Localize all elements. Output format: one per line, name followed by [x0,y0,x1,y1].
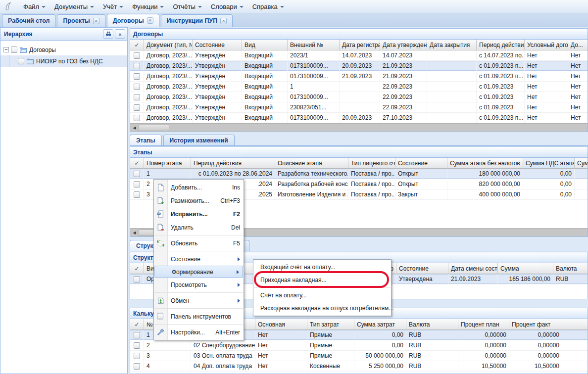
search-binoculars-button[interactable] [103,29,113,39]
table-row[interactable]: Договор, 2023/... Утверждён Входящий 017… [130,92,588,102]
row-checkbox[interactable] [134,63,140,69]
table-row[interactable]: Договор, 2023/... Утверждён Входящий 017… [130,61,588,71]
menubar-item[interactable]: Отчёты [168,1,206,12]
row-checkbox[interactable] [134,276,140,282]
menubar-item[interactable]: Словари [206,1,248,12]
column-header[interactable]: Условный договор [525,40,568,50]
table-row[interactable]: Договор, 2023/... Утверждён Входящий 230… [130,102,588,113]
column-header[interactable]: Процент факт [509,319,562,329]
tree-checkbox[interactable] [18,58,24,64]
menu-item-add[interactable]: Добавить...Ins [154,181,244,194]
column-header[interactable]: До... [568,40,588,50]
column-header-check[interactable]: ✓ [130,263,144,274]
tab-history[interactable]: История изменений [163,135,235,145]
table-row[interactable]: Договор, 2023/... Утверждён Входящий 017… [130,113,588,123]
table-row[interactable]: 3 03 Осн. оплата труда Нет Прямые 50 000… [130,351,588,361]
tree-node-child[interactable]: НИОКР по ГОЗ без НДС [0,55,127,67]
column-header[interactable]: Валюта [553,263,588,274]
menubar-item[interactable]: Файл [19,1,50,12]
column-header[interactable]: Период действия [191,158,275,168]
column-header-sorted[interactable]: Сумма НДС этапа [523,158,575,168]
column-header[interactable]: Дата закрытия [427,40,477,50]
menu-item-formation[interactable]: Формирование [154,266,243,278]
close-icon[interactable]: ✕ [93,18,99,24]
scroll-left-arrow-icon[interactable]: ◀ [130,124,139,132]
row-checkbox[interactable] [134,171,140,177]
column-header[interactable]: Внешний № [288,40,340,50]
column-header[interactable]: Состояние [395,158,447,168]
menubar-item[interactable]: Функции [128,1,168,12]
tree-checkbox[interactable] [11,47,17,53]
submenu-item-payment-invoice[interactable]: Счёт на оплату... [253,289,391,302]
menu-item-view[interactable]: Просмотреть [154,278,244,291]
column-header[interactable]: Описание этапа [275,158,348,168]
menu-item-duplicate[interactable]: Размножить...Ctrl+F3 [154,194,244,207]
menubar-item[interactable]: Справка [248,1,289,12]
row-checkbox[interactable] [134,52,140,59]
row-checkbox[interactable] [134,104,140,111]
column-header[interactable] [562,319,588,329]
column-header[interactable]: Сумма затрат [354,319,406,329]
scroll-left-arrow-icon[interactable]: ◀ [130,229,139,237]
table-row[interactable]: 4 04 Доп. оплата труда Нет Косвенные 5 2… [130,361,588,372]
table-row[interactable]: 1 с 01.09.2023 по 28.06.2024 Разработка … [130,169,588,179]
menu-item-exchange[interactable]: Обмен [154,294,244,307]
column-header[interactable]: Документ (тип, № [144,40,193,50]
row-checkbox[interactable] [134,342,140,349]
column-header[interactable]: Тип лицевого счёт [348,158,395,168]
column-header[interactable]: Дата регистрации. [340,40,380,50]
column-header-check[interactable]: ✓ [130,319,144,329]
table-row[interactable]: Договор, 2023/... Утверждён Входящий 017… [130,71,588,82]
row-checkbox[interactable] [134,115,140,121]
submenu-item-incoming-invoice[interactable]: Входящий счёт на оплату... [253,261,391,274]
column-header[interactable]: Вид [242,40,288,50]
column-header[interactable]: Состояние [193,40,242,50]
row-checkbox[interactable] [134,73,140,80]
tab-stages[interactable]: Этапы [130,135,162,145]
row-checkbox[interactable] [134,94,140,100]
workspace-tab[interactable]: Инструкции ПУП ✕ [161,14,233,27]
column-header[interactable]: Основная [255,319,307,329]
row-checkbox[interactable] [134,332,140,338]
menu-item-settings[interactable]: Настройки...Alt+Enter [154,326,244,339]
column-header[interactable]: Сумма эт... [575,158,588,168]
collapse-panel-button[interactable]: « [115,29,125,39]
submenu-item-outgoing-note[interactable]: Расходная накладная на отпуск потребител… [253,302,391,315]
tree-collapse-icon[interactable] [3,47,9,52]
workspace-tab[interactable]: Рабочий стол ✕ [2,14,55,27]
workspace-tab[interactable]: Договоры ✕ [107,14,159,27]
close-icon[interactable]: ✕ [220,18,227,24]
column-header[interactable]: Дата смены состоя [448,263,498,274]
menu-item-toolbar-toggle[interactable]: Панель инструментов [154,310,244,323]
menu-item-refresh[interactable]: ОбновитьF5 [154,236,244,250]
table-row[interactable]: Договор, 2023/... Утверждён Входящий 1 2… [130,82,588,92]
close-icon[interactable]: ✕ [147,17,153,24]
column-header-check[interactable]: ✓ [130,40,144,50]
table-row[interactable]: 2 02 Спецоборудование Нет Прямые 0,00 RU… [130,340,588,351]
column-header[interactable]: Состояние [396,263,448,274]
menu-item-state[interactable]: Состояние [154,252,244,266]
column-header[interactable]: Процент план [458,319,509,329]
column-header[interactable]: Период действия.. [477,40,525,50]
column-header[interactable]: Тип затрат [307,319,354,329]
menu-item-edit[interactable]: Исправить...F2 [154,207,244,221]
row-checkbox[interactable] [134,191,140,198]
workspace-tab[interactable]: Проекты ✕ [57,14,105,27]
menubar-item[interactable]: Документы [50,1,98,12]
tree-node-root[interactable]: Договоры [0,44,127,55]
menubar-item[interactable]: Учёт [98,1,128,12]
column-header[interactable]: Сумма этапа без налогов [447,158,523,168]
row-checkbox[interactable] [134,353,140,359]
column-header[interactable]: Сумма [498,263,553,274]
row-checkbox[interactable] [134,181,140,187]
scrollbar-thumb[interactable] [139,125,169,131]
menu-item-delete[interactable]: УдалитьDel [154,221,244,234]
column-header[interactable]: Номер этапа [144,158,191,168]
column-header[interactable]: Валюта [406,319,458,329]
row-checkbox[interactable] [134,84,140,90]
horizontal-scrollbar[interactable]: ◀ [130,123,588,132]
row-checkbox[interactable] [134,363,140,370]
column-header-check[interactable]: ✓ [130,158,144,168]
submenu-item-receipt-note[interactable]: Приходная накладная... [253,274,391,286]
table-row[interactable]: Договор, 2023/... Утверждён Входящий 202… [130,50,588,61]
